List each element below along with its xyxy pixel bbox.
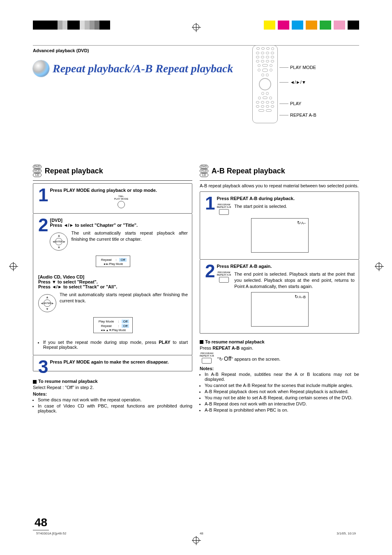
ab-repeat-column: DVD VCD CD A-B Repeat playback A-B repea… bbox=[200, 159, 359, 415]
resume-heading: To resume normal playback bbox=[38, 379, 98, 384]
section-title-repeat: Repeat playback bbox=[45, 167, 103, 175]
step-tip: If you set the repeat mode during stop m… bbox=[43, 340, 188, 350]
trk-playmode-label: TRK- PLAY MODE bbox=[55, 195, 188, 200]
step-number: 1 bbox=[205, 196, 215, 210]
screen-marker: A–B bbox=[295, 294, 306, 299]
repeat-playback-column: DVD VCD CD Repeat playback 1 Press PLAY … bbox=[33, 159, 192, 415]
step-number: 2 bbox=[38, 218, 48, 232]
step-body: The unit automatically starts repeat pla… bbox=[71, 230, 188, 242]
resume-body: Press REPEAT A-B again. bbox=[200, 345, 359, 350]
registration-mark-right bbox=[376, 263, 382, 269]
step-instruction: Press ◄/► to select "Chapter" or "Title"… bbox=[50, 223, 138, 228]
step-instruction: Press REPEAT A-B during playback. bbox=[205, 196, 355, 201]
cd-label: [Audio CD, Video CD] bbox=[38, 274, 84, 279]
step-instruction: Press ▼ to select "Repeat". bbox=[38, 279, 98, 284]
remote-label-repeatab: REPEAT A-B bbox=[290, 113, 316, 117]
step-instruction: Press PLAY MODE again to make the screen… bbox=[38, 359, 188, 364]
step-number: 2 bbox=[205, 264, 215, 278]
left-step-3: 3 Press PLAY MODE again to make the scre… bbox=[33, 355, 192, 371]
notes-heading: Notes: bbox=[200, 366, 359, 371]
tv-screen: A–B bbox=[251, 292, 309, 327]
note-item: A-B Repeat is prohibited when PBC is on. bbox=[205, 408, 359, 412]
dvd-label: [DVD] bbox=[50, 218, 62, 223]
registration-mark-left bbox=[10, 263, 16, 269]
disc-type-icons: DVD VCD CD bbox=[33, 165, 42, 177]
note-item: In A-B Repeat mode, subtitles near the A… bbox=[205, 372, 359, 382]
remote-label-playmode: PLAY MODE bbox=[290, 65, 316, 70]
off-message: "↻ Off" appears on the screen. bbox=[217, 352, 359, 362]
note-item: You cannot set the A-B Repeat for the sc… bbox=[205, 383, 359, 388]
note-item: A-B Repeat playback does not work when R… bbox=[205, 389, 359, 394]
repeat-ab-label: PROGRAM REPEAT A-B bbox=[200, 352, 214, 357]
remote-illustration: PLAY MODE ◄/►/▼ PLAY REPEAT A-B bbox=[252, 45, 343, 140]
step-number: 3 bbox=[38, 359, 48, 374]
dpad-icon: ▲▼◄► ENTER bbox=[38, 294, 56, 312]
remote-label-arrows: ◄/►/▼ bbox=[290, 80, 306, 85]
step-number: 1 bbox=[38, 188, 48, 202]
step-body: The unit automatically starts repeat pla… bbox=[60, 292, 188, 304]
intro-text: A-B repeat playback allows you to repeat… bbox=[200, 183, 359, 188]
tv-screen: A– bbox=[251, 218, 309, 253]
note-item: In case of Video CD with PBC, repeat fun… bbox=[38, 403, 192, 413]
section-title-ab: A-B Repeat playback bbox=[212, 167, 285, 175]
decorative-sphere bbox=[33, 60, 49, 77]
repeat-ab-label: PROGRAM REPEAT A-B bbox=[217, 271, 231, 276]
step-body: The start point is selected. bbox=[234, 203, 355, 210]
step-instruction: Press PLAY MODE during playback or stop … bbox=[38, 188, 188, 193]
page-title: Repeat playback/A-B Repeat playback bbox=[53, 62, 233, 75]
page-number: 48 bbox=[33, 516, 49, 530]
footer: 5T40301A [E]p48-52 48 3/1/05, 10:19 bbox=[36, 532, 356, 535]
step-instruction: Press REPEAT A-B again. bbox=[205, 264, 355, 269]
notes-heading: Notes: bbox=[33, 391, 192, 396]
repeat-ab-label: PROGRAM REPEAT A-B bbox=[217, 203, 231, 208]
registration-mark-bottom bbox=[193, 537, 199, 543]
disc-type-icons: DVD VCD CD bbox=[200, 165, 208, 177]
step-instruction: Press ◄/► to select "Track" or "All". bbox=[38, 284, 117, 289]
crop-marks bbox=[0, 0, 392, 37]
page-content: Advanced playback (DVD) Repeat playback/… bbox=[33, 45, 359, 518]
osd-repeat: Repeat:Off ◄►/Play Mode bbox=[96, 256, 131, 267]
right-step-1: 1 Press REPEAT A-B during playback. PROG… bbox=[200, 191, 359, 260]
note-item: A-B Repeat does not work with an interac… bbox=[205, 401, 359, 406]
notes-list: In A-B Repeat mode, subtitles near the A… bbox=[200, 372, 359, 412]
screen-marker: A– bbox=[297, 220, 306, 226]
repeat-ab-button-icon bbox=[219, 209, 229, 215]
right-step-2: 2 Press REPEAT A-B again. PROGRAM REPEAT… bbox=[200, 260, 359, 334]
left-step-2: 2 [DVD] Press ◄/► to select "Chapter" or… bbox=[33, 214, 192, 355]
osd-playmode: Play Mode:Off Repeat:Off ◄►▲▼/Play Mode bbox=[93, 317, 133, 333]
resume-heading: To resume normal playback bbox=[205, 339, 265, 344]
repeat-ab-button-icon bbox=[219, 277, 229, 283]
note-item: You may not be able to set A-B Repeat, d… bbox=[205, 395, 359, 400]
resume-body: Select Repeat : "Off" in step 2. bbox=[33, 385, 192, 390]
left-step-1: 1 Press PLAY MODE during playback or sto… bbox=[33, 183, 192, 214]
playmode-button-icon bbox=[118, 201, 125, 208]
step-body: The end point is selected. Playback star… bbox=[234, 271, 355, 290]
dpad-icon: ▲▼◄► ENTER bbox=[50, 233, 68, 251]
remote-label-play: PLAY bbox=[290, 101, 301, 106]
notes-list: Some discs may not work with the repeat … bbox=[33, 397, 192, 413]
repeat-ab-button-icon bbox=[202, 358, 212, 364]
note-item: Some discs may not work with the repeat … bbox=[38, 397, 192, 402]
